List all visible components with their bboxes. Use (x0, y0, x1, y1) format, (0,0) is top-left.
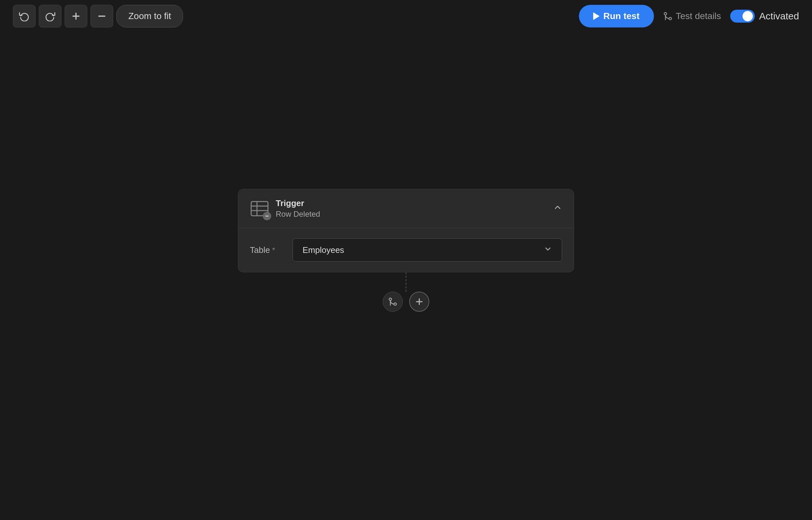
activated-label: Activated (759, 11, 799, 22)
trigger-card-header: − Trigger Row Deleted (238, 189, 574, 228)
trigger-card-body: Table * Employees (238, 228, 574, 272)
toolbar-right: Run test Test details Activated (579, 5, 799, 27)
branch-step-icon (388, 297, 398, 307)
zoom-out-button[interactable] (91, 5, 113, 27)
bottom-action-buttons (383, 292, 429, 312)
zoom-in-button[interactable] (65, 5, 87, 27)
test-details-button[interactable]: Test details (663, 11, 721, 21)
workflow-area: − Trigger Row Deleted Table * (238, 189, 574, 312)
redo-icon (45, 11, 55, 21)
minus-badge: − (263, 212, 271, 220)
trigger-title: Trigger (276, 198, 320, 208)
table-select-dropdown[interactable]: Employees (293, 238, 562, 262)
workflow-canvas: − Trigger Row Deleted Table * (0, 32, 812, 520)
toolbar: Zoom to fit Run test Test details Activa… (0, 0, 812, 32)
run-test-label: Run test (604, 11, 640, 21)
trigger-card: − Trigger Row Deleted Table * (238, 189, 574, 272)
branch-icon (663, 11, 673, 21)
branch-step-button[interactable] (383, 292, 403, 312)
select-chevron-icon (544, 245, 552, 255)
play-icon (593, 12, 600, 20)
redo-button[interactable] (39, 5, 61, 27)
activated-toggle-container: Activated (730, 10, 799, 23)
zoom-out-icon (97, 11, 107, 21)
table-select-value: Employees (302, 245, 344, 255)
add-step-button[interactable] (409, 292, 429, 312)
test-details-label: Test details (676, 11, 721, 21)
trigger-header-left: − Trigger Row Deleted (250, 198, 320, 219)
zoom-fit-label: Zoom to fit (128, 11, 171, 21)
trigger-title-group: Trigger Row Deleted (276, 198, 320, 219)
activated-toggle[interactable] (730, 10, 755, 23)
collapse-chevron-icon[interactable] (553, 203, 562, 214)
undo-button[interactable] (13, 5, 35, 27)
undo-icon (19, 11, 29, 21)
connector-line (406, 272, 406, 292)
toolbar-left: Zoom to fit (13, 5, 574, 27)
trigger-icon-wrapper: − (250, 199, 269, 218)
trigger-subtitle: Row Deleted (276, 210, 320, 219)
zoom-to-fit-button[interactable]: Zoom to fit (116, 5, 183, 27)
add-step-icon (414, 297, 424, 307)
table-field-label: Table * (250, 245, 282, 255)
run-test-button[interactable]: Run test (579, 5, 654, 27)
zoom-in-icon (71, 11, 81, 21)
